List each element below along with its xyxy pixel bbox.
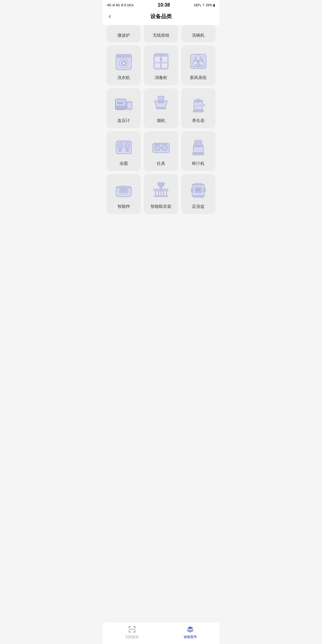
health-pot-label: 养生壶 [192, 118, 205, 123]
svg-point-6 [120, 55, 121, 57]
svg-point-56 [163, 146, 166, 149]
blood-pressure-icon: mmHg [113, 94, 134, 115]
svg-rect-69 [120, 189, 128, 193]
sterilizer-label: 消毒柜 [155, 75, 167, 80]
page-title: 设备品类 [150, 13, 172, 20]
svg-point-14 [160, 59, 161, 60]
category-sterilizer[interactable]: 消毒柜 [144, 45, 178, 85]
washing-machine-icon [113, 51, 134, 72]
svg-rect-93 [193, 196, 204, 197]
svg-point-67 [198, 146, 199, 147]
fresh-air-icon [188, 51, 209, 72]
svg-point-39 [162, 102, 163, 103]
svg-point-59 [159, 143, 160, 145]
svg-rect-85 [154, 196, 168, 197]
svg-rect-33 [127, 103, 131, 109]
microwave-label: 微波炉 [117, 33, 130, 38]
svg-point-60 [162, 143, 163, 145]
svg-rect-34 [158, 96, 164, 101]
foot-bath-icon [188, 179, 209, 201]
foot-bath-label: 足浴盆 [192, 204, 205, 209]
svg-rect-42 [197, 99, 200, 101]
svg-point-89 [199, 189, 200, 191]
category-dishwasher[interactable]: 洗碗机 [181, 25, 216, 42]
svg-point-21 [197, 60, 199, 63]
svg-point-5 [118, 55, 119, 57]
category-foot-bath[interactable]: 足浴盆 [181, 174, 216, 214]
smart-scale-icon [113, 179, 134, 201]
status-bar: 4G ıll 4G ıll 0.1K/s 10:38 HD¹₂ ⇡ 29% ▮ [103, 0, 219, 9]
category-fresh-air[interactable]: 新风系统 [181, 45, 216, 85]
status-right: HD¹₂ ⇡ 29% ▮ [194, 3, 215, 7]
svg-point-38 [160, 102, 161, 103]
range-hood-label: 烟机 [157, 118, 165, 123]
svg-point-58 [156, 143, 157, 145]
bath-heater-label: 浴霸 [120, 161, 128, 166]
category-washing-machine[interactable]: 洗衣机 [106, 45, 141, 85]
sterilizer-icon [150, 51, 172, 72]
range-hood-icon [150, 94, 172, 115]
svg-point-73 [120, 194, 121, 195]
category-grid-container: 洗衣机 消毒柜 [103, 45, 219, 238]
status-time: 10:38 [158, 2, 170, 8]
svg-point-4 [123, 62, 125, 64]
svg-point-18 [196, 55, 200, 61]
svg-rect-35 [156, 107, 166, 109]
stove-icon [150, 137, 172, 158]
svg-point-74 [123, 194, 124, 195]
signal-text: 4G ıll 4G ıll 0.1K/s [107, 3, 134, 7]
stove-label: 灶具 [157, 161, 165, 166]
category-health-pot[interactable]: 养生壶 [181, 88, 216, 128]
category-microwave[interactable]: 微波炉 [106, 25, 141, 42]
svg-rect-49 [118, 142, 120, 142]
category-drying-rack[interactable]: 智能晾衣架 [144, 174, 178, 214]
svg-point-61 [165, 143, 166, 145]
smart-scale-label: 智能秤 [117, 204, 130, 209]
category-blood-pressure[interactable]: mmHg 血压计 [106, 88, 141, 128]
header: ‹ 设备品类 [103, 9, 219, 25]
svg-point-54 [156, 146, 159, 149]
svg-rect-13 [162, 63, 168, 68]
partial-row: 微波炉 无线按钮 洗碗机 [103, 25, 219, 42]
category-range-hood[interactable]: 烟机 [144, 88, 178, 128]
category-grid: 洗衣机 消毒柜 [106, 45, 216, 214]
svg-rect-63 [195, 140, 202, 145]
svg-point-15 [161, 59, 162, 60]
svg-point-72 [116, 186, 131, 188]
wireless-btn-label: 无线按钮 [153, 33, 169, 38]
health-pot-icon [188, 94, 209, 115]
fresh-air-label: 新风系统 [190, 75, 207, 80]
svg-rect-57 [153, 143, 169, 145]
washing-machine-label: 洗衣机 [117, 75, 130, 80]
blood-pressure-label: 血压计 [117, 118, 130, 123]
status-icons: HD¹₂ ⇡ 29% ▮ [194, 3, 215, 7]
svg-point-75 [127, 194, 128, 195]
bath-heater-icon [113, 137, 134, 158]
svg-point-37 [159, 102, 160, 103]
juicer-icon [188, 137, 209, 158]
status-left: 4G ıll 4G ıll 0.1K/s [107, 3, 134, 7]
svg-rect-92 [204, 188, 205, 192]
svg-point-45 [125, 143, 130, 149]
category-bath-heater[interactable]: 浴霸 [106, 131, 141, 171]
svg-rect-62 [192, 153, 204, 155]
svg-text:mmHg: mmHg [117, 102, 122, 104]
category-smart-scale[interactable]: 智能秤 [106, 174, 141, 214]
svg-point-44 [117, 143, 123, 149]
svg-point-88 [196, 189, 198, 191]
dishwasher-label: 洗碗机 [192, 33, 205, 38]
category-juicer[interactable]: 榨汁机 [181, 131, 216, 171]
svg-rect-50 [121, 142, 122, 142]
svg-rect-79 [159, 184, 163, 187]
drying-rack-label: 智能晾衣架 [151, 204, 171, 209]
svg-point-46 [119, 149, 122, 152]
juicer-label: 榨汁机 [192, 161, 205, 166]
svg-rect-51 [123, 142, 124, 142]
category-stove[interactable]: 灶具 [144, 131, 178, 171]
svg-rect-12 [154, 63, 160, 68]
category-wireless-btn[interactable]: 无线按钮 [144, 25, 178, 42]
drying-rack-icon [150, 179, 172, 201]
back-button[interactable]: ‹ [108, 12, 112, 21]
svg-rect-87 [195, 187, 202, 193]
svg-rect-91 [191, 188, 193, 192]
